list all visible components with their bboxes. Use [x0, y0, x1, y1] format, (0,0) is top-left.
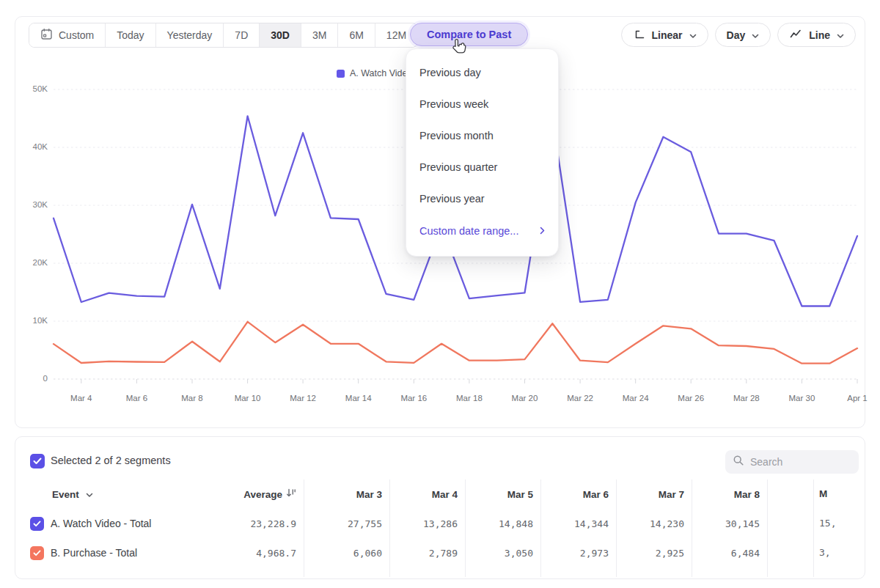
preset-custom[interactable]: Custom — [29, 23, 105, 47]
menu-item-previous-week[interactable]: Previous week — [406, 88, 558, 120]
x-tick-label: Mar 30 — [789, 394, 815, 403]
value-cell: 6,484 — [692, 548, 767, 559]
value-cell: 14,344 — [540, 518, 616, 529]
average-cell: 4,968.7 — [221, 548, 304, 559]
compare-to-past-button[interactable]: Compare to Past — [410, 23, 528, 46]
x-tick-label: Mar 28 — [733, 394, 760, 403]
segments-card: Selected 2 of 2 segments Event Average — [15, 436, 865, 579]
x-tick-label: Mar 8 — [181, 394, 202, 403]
chevron-down-icon — [837, 29, 844, 41]
select-all-checkbox[interactable] — [30, 454, 45, 468]
value-cell: 14,230 — [616, 518, 692, 529]
preset-label: 30D — [271, 29, 290, 41]
x-tick-label: Mar 12 — [290, 394, 316, 403]
preset-label: Custom — [59, 29, 94, 41]
date-column-header[interactable]: Mar 4 — [389, 489, 465, 500]
chart-type-dropdown[interactable]: Line — [777, 23, 856, 47]
chart-toolbar: CustomTodayYesterday7D30D3M6M12M Compare… — [15, 23, 865, 48]
date-column-header[interactable]: Mar 5 — [465, 489, 540, 500]
preset-30d[interactable]: 30D — [259, 23, 301, 47]
average-cell: 23,228.9 — [221, 518, 304, 529]
event-cell: B. Purchase - Total — [15, 546, 221, 560]
event-column-header[interactable]: Event — [15, 489, 221, 500]
interval-dropdown[interactable]: Day — [715, 23, 771, 47]
preset-label: 6M — [349, 29, 363, 41]
table-row: B. Purchase - Total4,968.76,0602,7893,05… — [15, 538, 767, 567]
x-tick-label: Mar 20 — [512, 394, 538, 403]
date-column-header[interactable]: Mar 7 — [616, 489, 692, 500]
y-tick-label: 40K — [21, 142, 48, 151]
menu-item-previous-quarter[interactable]: Previous quarter — [406, 151, 558, 183]
date-column-header[interactable]: Mar 6 — [540, 489, 616, 500]
x-tick-label: Mar 6 — [126, 394, 147, 403]
preset-label: 12M — [386, 29, 406, 41]
average-column-header[interactable]: Average — [221, 488, 304, 500]
preset-today[interactable]: Today — [105, 23, 155, 47]
event-cell: A. Watch Video - Total — [15, 517, 221, 531]
search-input[interactable] — [750, 456, 846, 468]
dashboard-page: 50K40K30K20K10K0 Mar 4Mar 6Mar 8Mar 10Ma… — [0, 0, 880, 588]
preset-yesterday[interactable]: Yesterday — [155, 23, 224, 47]
scale-dropdown-label: Linear — [652, 29, 683, 41]
x-tick-label: Mar 24 — [623, 394, 649, 403]
chart-controls: Linear Day Line — [621, 23, 856, 47]
compare-to-past-menu: Previous dayPrevious weekPrevious monthP… — [406, 48, 559, 257]
chevron-right-icon — [540, 225, 545, 237]
legend-label: A. Watch Video — [350, 68, 412, 78]
preset-label: Yesterday — [167, 29, 213, 41]
y-tick-label: 30K — [21, 200, 48, 209]
segment-label: A. Watch Video - Total — [51, 518, 151, 529]
segment-checkbox[interactable] — [30, 546, 44, 560]
segments-header: Selected 2 of 2 segments — [15, 437, 865, 479]
preset-label: 3M — [312, 29, 326, 41]
column-separator — [813, 479, 814, 577]
chevron-down-icon — [86, 489, 93, 500]
table-header-row: Event Average Mar 3Mar 4Mar 5Mar 6Mar 7M… — [15, 479, 767, 509]
search-box[interactable] — [725, 450, 859, 474]
truncated-value-cell: 15, — [819, 518, 836, 529]
value-cell: 6,060 — [304, 548, 389, 559]
x-tick-label: Mar 18 — [456, 394, 483, 403]
menu-item-previous-day[interactable]: Previous day — [406, 56, 558, 88]
average-header-label: Average — [243, 489, 282, 500]
interval-dropdown-label: Day — [727, 29, 746, 41]
axis-icon — [633, 28, 645, 43]
value-cell: 13,286 — [389, 518, 465, 529]
x-tick-label: Mar 16 — [400, 394, 427, 403]
value-cell: 2,925 — [616, 548, 692, 559]
preset-label: Today — [117, 29, 144, 41]
preset-6m[interactable]: 6M — [337, 23, 374, 47]
preset-label: 7D — [235, 29, 248, 41]
x-tick-label: Mar 4 — [70, 394, 92, 403]
selected-summary: Selected 2 of 2 segments — [51, 455, 171, 466]
y-tick-label: 50K — [21, 84, 48, 93]
chevron-down-icon — [689, 29, 697, 41]
menu-item-previous-month[interactable]: Previous month — [406, 120, 558, 151]
preset-7d[interactable]: 7D — [223, 23, 259, 47]
value-cell: 30,145 — [692, 518, 767, 529]
value-cell: 3,050 — [465, 548, 540, 559]
x-tick-label: Mar 14 — [345, 394, 372, 403]
segment-checkbox[interactable] — [30, 517, 44, 531]
x-tick-label: Mar 22 — [567, 394, 593, 403]
x-tick-label: Mar 10 — [235, 394, 261, 403]
chevron-down-icon — [752, 29, 759, 41]
preset-3m[interactable]: 3M — [301, 23, 337, 47]
x-tick-label: Mar 26 — [678, 394, 704, 403]
legend-swatch — [337, 70, 345, 78]
menu-item-custom-date-range[interactable]: Custom date range... — [406, 214, 558, 247]
event-header-label: Event — [52, 489, 79, 500]
date-column-header[interactable]: Mar 3 — [304, 489, 389, 500]
line-chart-icon — [789, 28, 802, 42]
menu-item-previous-year[interactable]: Previous year — [406, 183, 558, 214]
x-tick-label: Apr 1 — [847, 394, 868, 403]
date-column-header[interactable]: Mar 8 — [692, 489, 767, 500]
chart-legend: A. Watch Video — [337, 68, 412, 78]
value-cell: 2,789 — [389, 548, 465, 559]
truncated-column-header: M — [819, 488, 827, 499]
scale-dropdown[interactable]: Linear — [621, 23, 708, 47]
segment-label: B. Purchase - Total — [51, 547, 137, 559]
search-icon — [733, 455, 744, 469]
preset-group: CustomTodayYesterday7D30D3M6M12M — [29, 23, 418, 48]
value-cell: 14,848 — [465, 518, 540, 529]
